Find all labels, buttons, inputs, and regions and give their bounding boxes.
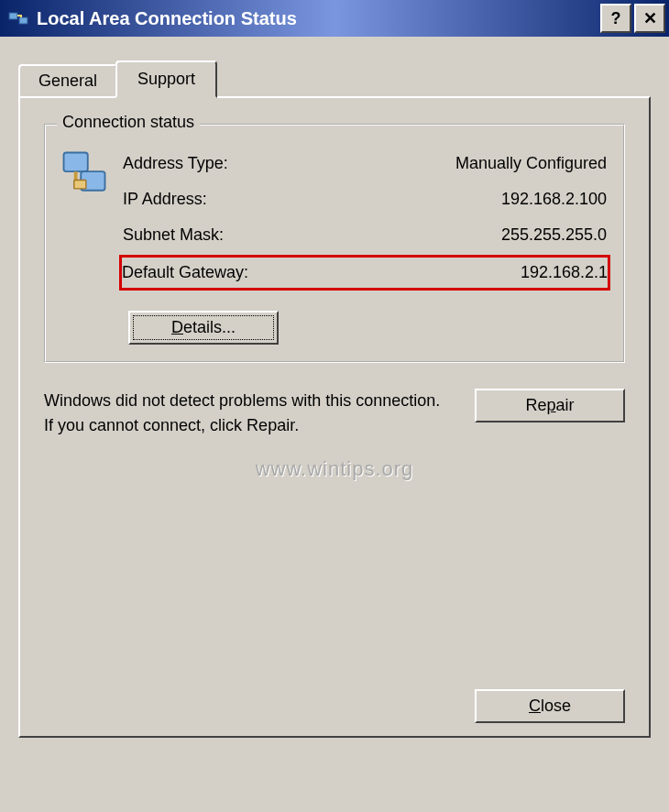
help-row: Windows did not detect problems with thi…: [44, 389, 625, 438]
status-rows: Address Type: Manually Configured IP Add…: [121, 146, 609, 292]
title-bar: Local Area Connection Status ? ✕: [0, 0, 669, 37]
tab-support[interactable]: Support: [115, 60, 217, 98]
connection-status-group: Connection status Address Type: Manually…: [44, 124, 625, 363]
ip-address-label: IP Address:: [123, 190, 207, 209]
status-body: Address Type: Manually Configured IP Add…: [53, 137, 616, 296]
address-type-value: Manually Configured: [455, 154, 607, 173]
svg-rect-4: [74, 181, 86, 189]
window-icon: [7, 7, 29, 29]
subnet-mask-label: Subnet Mask:: [123, 225, 224, 245]
watermark-text: www.wintips.org: [256, 457, 414, 481]
tab-strip: General Support: [18, 60, 662, 96]
default-gateway-label: Default Gateway:: [122, 263, 248, 282]
address-type-label: Address Type:: [123, 154, 228, 173]
window-title: Local Area Connection Status: [37, 8, 598, 29]
row-default-gateway: Default Gateway: 192.168.2.1: [119, 255, 610, 291]
svg-rect-1: [19, 17, 27, 24]
group-title: Connection status: [57, 113, 200, 132]
subnet-mask-value: 255.255.255.0: [501, 225, 607, 245]
tab-panel-support: Connection status Address Type: Manually…: [18, 96, 651, 738]
tab-general[interactable]: General: [18, 64, 117, 96]
help-button[interactable]: ?: [600, 4, 631, 33]
ip-address-value: 192.168.2.100: [501, 190, 607, 209]
dialog-client: General Support Connection status Addres…: [0, 37, 669, 807]
details-button[interactable]: Details...: [128, 311, 279, 345]
close-window-button[interactable]: ✕: [634, 4, 665, 33]
row-subnet-mask: Subnet Mask: 255.255.255.0: [121, 217, 609, 253]
svg-rect-2: [64, 153, 88, 172]
svg-rect-0: [9, 13, 17, 19]
default-gateway-value: 192.168.2.1: [521, 263, 608, 282]
row-ip-address: IP Address: 192.168.2.100: [121, 181, 609, 217]
network-icon: [57, 146, 121, 292]
close-button[interactable]: Close: [475, 689, 625, 723]
help-text: Windows did not detect problems with thi…: [44, 389, 447, 438]
row-address-type: Address Type: Manually Configured: [121, 146, 609, 181]
repair-button[interactable]: Repair: [475, 389, 625, 422]
